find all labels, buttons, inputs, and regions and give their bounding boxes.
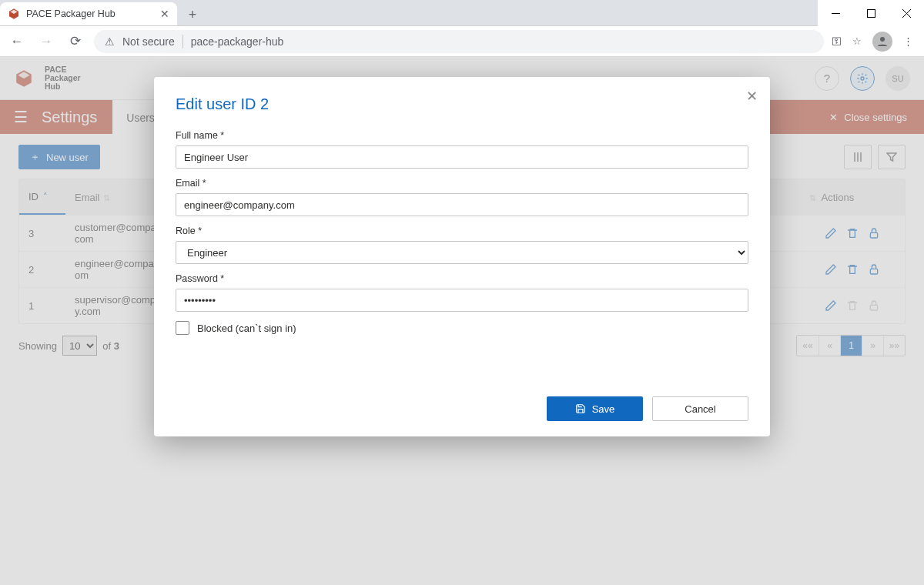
blocked-checkbox[interactable]: Blocked (can`t sign in) bbox=[176, 321, 748, 335]
profile-icon[interactable] bbox=[872, 32, 892, 52]
blocked-label: Blocked (can`t sign in) bbox=[197, 323, 296, 334]
key-icon[interactable]: ⚿ bbox=[832, 35, 842, 47]
role-label: Role * bbox=[176, 226, 748, 236]
field-full-name: Full name * bbox=[176, 130, 748, 169]
browser-tab-active[interactable]: PACE Packager Hub ✕ bbox=[0, 2, 177, 25]
maximize-button[interactable] bbox=[853, 0, 889, 26]
field-email: Email * bbox=[176, 178, 748, 216]
close-window-button[interactable] bbox=[889, 0, 924, 26]
svg-rect-1 bbox=[867, 9, 875, 17]
url-text: pace-packager-hub bbox=[191, 35, 284, 48]
kebab-menu-icon[interactable]: ⋮ bbox=[903, 35, 913, 47]
role-select[interactable]: Engineer bbox=[176, 241, 748, 264]
page-root: PACE Packager Hub ? SU ☰ Settings Users … bbox=[0, 57, 924, 585]
cancel-label: Cancel bbox=[685, 403, 715, 415]
cancel-button[interactable]: Cancel bbox=[652, 396, 748, 421]
star-icon[interactable]: ☆ bbox=[852, 35, 862, 47]
addr-right-icons: ⚿ ☆ ⋮ bbox=[832, 32, 918, 52]
svg-point-4 bbox=[880, 37, 885, 42]
field-password: Password * bbox=[176, 273, 748, 312]
nav-back-icon[interactable]: ← bbox=[6, 31, 28, 52]
save-label: Save bbox=[592, 403, 615, 415]
nav-forward-icon: → bbox=[35, 31, 57, 52]
window-controls bbox=[818, 0, 924, 26]
email-input[interactable] bbox=[176, 193, 748, 216]
full-name-input[interactable] bbox=[176, 145, 748, 169]
save-icon bbox=[575, 403, 586, 414]
not-secure-icon: ⚠ bbox=[105, 35, 115, 48]
browser-tab-title: PACE Packager Hub bbox=[26, 8, 116, 19]
checkbox-icon bbox=[176, 321, 189, 335]
save-button[interactable]: Save bbox=[547, 396, 643, 421]
address-bar: ← → ⟳ ⚠ Not secure pace-packager-hub ⚿ ☆… bbox=[0, 26, 924, 57]
close-tab-icon[interactable]: ✕ bbox=[160, 8, 169, 20]
edit-user-modal: ✕ Edit user ID 2 Full name * Email * Rol… bbox=[154, 77, 770, 436]
security-label: Not secure bbox=[122, 35, 175, 48]
new-tab-button[interactable]: + bbox=[182, 4, 203, 25]
browser-tabs: PACE Packager Hub ✕ + bbox=[0, 0, 818, 26]
password-label: Password * bbox=[176, 273, 748, 284]
password-input[interactable] bbox=[176, 289, 748, 312]
cube-icon bbox=[8, 8, 20, 20]
minimize-button[interactable] bbox=[818, 0, 853, 26]
full-name-label: Full name * bbox=[176, 130, 748, 141]
modal-actions: Save Cancel bbox=[176, 396, 748, 421]
modal-close-icon[interactable]: ✕ bbox=[746, 88, 758, 105]
field-role: Role * Engineer bbox=[176, 226, 748, 264]
email-label: Email * bbox=[176, 178, 748, 189]
modal-title: Edit user ID 2 bbox=[176, 95, 748, 113]
nav-reload-icon[interactable]: ⟳ bbox=[65, 31, 86, 52]
url-divider bbox=[182, 35, 183, 48]
window-titlebar: PACE Packager Hub ✕ + bbox=[0, 0, 924, 26]
url-field[interactable]: ⚠ Not secure pace-packager-hub bbox=[94, 30, 824, 53]
